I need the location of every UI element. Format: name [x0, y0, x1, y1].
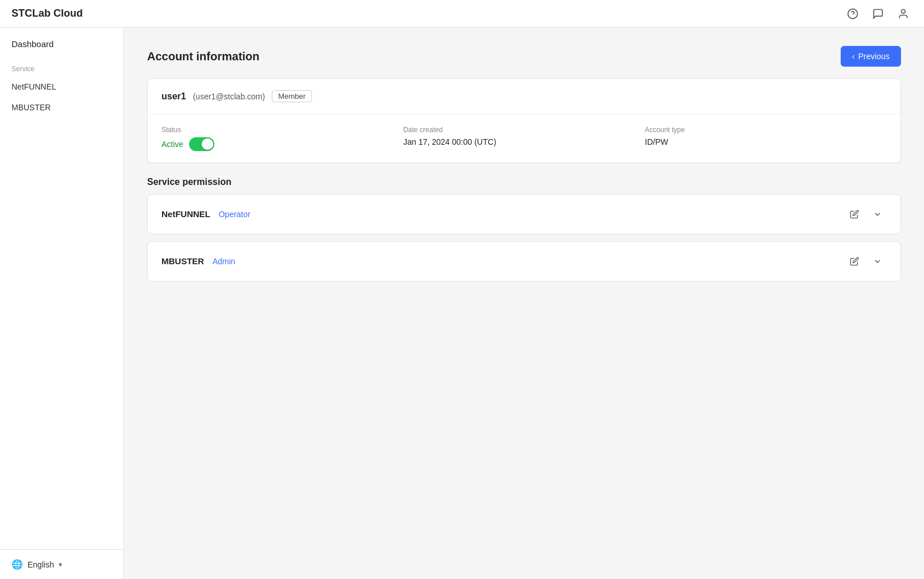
account-username: user1: [161, 91, 186, 102]
app-logo: STCLab Cloud: [11, 7, 83, 20]
svg-point-2: [902, 9, 906, 13]
globe-icon: 🌐: [11, 559, 23, 570]
account-user-row: user1 (user1@stclab.com) Member: [148, 79, 900, 114]
chat-icon[interactable]: [869, 5, 887, 23]
chevron-down-icon: ▾: [59, 561, 62, 569]
account-info-card: user1 (user1@stclab.com) Member Status A…: [147, 78, 901, 163]
language-label: English: [28, 560, 54, 569]
permission-actions-mbuster: [845, 252, 887, 271]
help-icon[interactable]: [844, 5, 862, 23]
permission-row-netfunnel: NetFUNNEL Operator: [148, 195, 900, 234]
edit-netfunnel-button[interactable]: [845, 205, 864, 223]
permission-name-netfunnel: NetFUNNEL: [161, 209, 210, 219]
permission-card-mbuster: MBUSTER Admin: [147, 241, 901, 281]
permission-name-role-mbuster: MBUSTER Admin: [161, 256, 235, 267]
status-value: Active: [161, 140, 183, 149]
account-date-created-item: Date created Jan 17, 2024 00:00 (UTC): [403, 126, 645, 151]
topnav-icons: [844, 5, 913, 23]
main-content: Account information ‹ Previous user1 (us…: [124, 28, 924, 579]
sidebar-section-service: Service: [0, 56, 124, 76]
service-permission-section: Service permission NetFUNNEL Operator: [147, 177, 901, 281]
previous-button[interactable]: ‹ Previous: [841, 46, 901, 67]
sidebar-item-netfunnel[interactable]: NetFUNNEL: [0, 76, 124, 97]
date-created-value: Jan 17, 2024 00:00 (UTC): [403, 137, 645, 146]
sidebar: Dashboard Service NetFUNNEL MBUSTER 🌐 En…: [0, 28, 124, 579]
user-avatar-icon[interactable]: [894, 5, 913, 23]
topnav: STCLab Cloud: [0, 0, 924, 28]
account-type-value: ID/PW: [645, 137, 887, 146]
service-permission-title: Service permission: [147, 177, 901, 187]
content-header: Account information ‹ Previous: [147, 46, 901, 67]
previous-button-label: Previous: [858, 52, 890, 61]
sidebar-item-dashboard[interactable]: Dashboard: [0, 32, 124, 56]
account-type-label: Account type: [645, 126, 887, 134]
expand-mbuster-button[interactable]: [868, 252, 887, 271]
permission-role-netfunnel: Operator: [218, 210, 250, 219]
permission-role-mbuster: Admin: [213, 257, 236, 266]
sidebar-item-mbuster[interactable]: MBUSTER: [0, 97, 124, 118]
status-row: Active: [161, 137, 403, 151]
sidebar-nav: Dashboard Service NetFUNNEL MBUSTER: [0, 28, 124, 549]
permission-card-netfunnel: NetFUNNEL Operator: [147, 194, 901, 234]
account-type-item: Account type ID/PW: [645, 126, 887, 151]
permission-name-role-netfunnel: NetFUNNEL Operator: [161, 209, 251, 219]
permission-row-mbuster: MBUSTER Admin: [148, 242, 900, 281]
main-layout: Dashboard Service NetFUNNEL MBUSTER 🌐 En…: [0, 28, 924, 579]
account-status-item: Status Active: [161, 126, 403, 151]
sidebar-language-selector[interactable]: 🌐 English ▾: [0, 549, 124, 579]
edit-mbuster-button[interactable]: [845, 252, 864, 271]
expand-netfunnel-button[interactable]: [868, 205, 887, 223]
account-email: (user1@stclab.com): [193, 92, 265, 101]
status-label: Status: [161, 126, 403, 134]
previous-icon: ‹: [852, 52, 855, 61]
status-toggle[interactable]: [189, 137, 214, 151]
date-created-label: Date created: [403, 126, 645, 134]
account-badge: Member: [272, 90, 312, 102]
logo-bold: STCLab: [11, 7, 51, 19]
logo-light: Cloud: [51, 7, 83, 19]
permission-name-mbuster: MBUSTER: [161, 256, 204, 266]
permission-actions-netfunnel: [845, 205, 887, 223]
page-title: Account information: [147, 50, 260, 63]
account-details-row: Status Active Date created Jan 17, 2024 …: [148, 114, 900, 163]
